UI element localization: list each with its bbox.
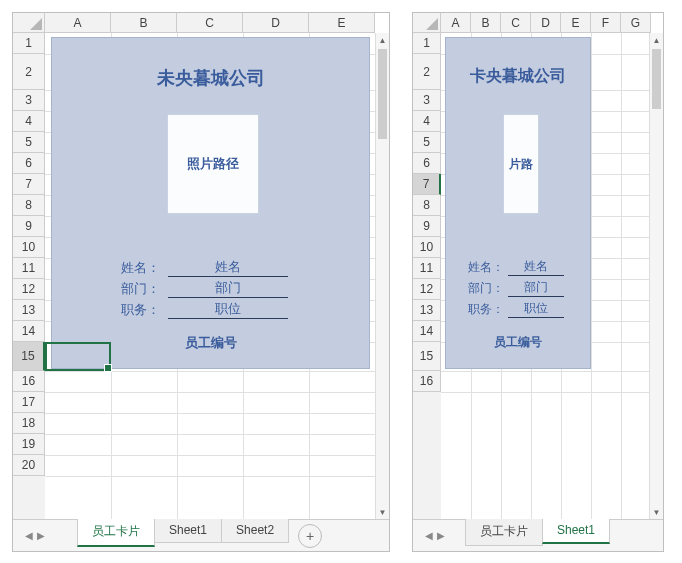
row-headers: 1 2 3 4 5 6 7 8 9 10 11 12 13 14 15 16	[413, 13, 441, 519]
row-header[interactable]: 6	[413, 153, 441, 174]
sheet-tabs-bar: ◀ ▶ 员工卡片 Sheet1	[413, 519, 663, 551]
row-header[interactable]: 12	[13, 279, 45, 300]
row-header[interactable]: 16	[13, 371, 45, 392]
spreadsheet-grid[interactable]: 1 2 3 4 5 6 7 8 9 10 11 12 13 14 15 16 1…	[13, 13, 389, 519]
row-header[interactable]: 13	[13, 300, 45, 321]
row-header[interactable]: 18	[13, 413, 45, 434]
cells-area[interactable]: 卡央暮城公司 片路 姓名： 姓名 部门： 部门 职务： 职位	[441, 33, 663, 519]
row-header[interactable]: 14	[13, 321, 45, 342]
vertical-scrollbar[interactable]: ▲ ▼	[375, 33, 389, 519]
card-field-label: 部门：	[460, 280, 504, 297]
row-header[interactable]: 11	[13, 258, 45, 279]
row-header[interactable]: 20	[13, 455, 45, 476]
row-header[interactable]: 17	[13, 392, 45, 413]
scroll-thumb[interactable]	[652, 49, 661, 109]
add-sheet-button[interactable]: +	[298, 524, 322, 548]
row-header[interactable]: 11	[413, 258, 441, 279]
col-header[interactable]: B	[111, 13, 177, 33]
card-field-value: 部门	[168, 279, 288, 298]
card-field-row: 姓名： 姓名	[460, 258, 564, 276]
row-header[interactable]: 4	[413, 111, 441, 132]
sheet-tab[interactable]: Sheet1	[542, 519, 610, 544]
column-headers: A B C D E	[45, 13, 389, 33]
cells-area[interactable]: 未央暮城公司 照片路径 姓名： 姓名 部门： 部门 职务： 职位	[45, 33, 389, 519]
row-header[interactable]: 12	[413, 279, 441, 300]
card-employee-id: 员工编号	[52, 334, 369, 352]
row-header[interactable]: 4	[13, 111, 45, 132]
col-header[interactable]: E	[309, 13, 375, 33]
row-header[interactable]: 9	[413, 216, 441, 237]
col-header[interactable]: D	[243, 13, 309, 33]
card-field-row: 职务： 职位	[110, 300, 288, 319]
employee-card-shape[interactable]: 卡央暮城公司 片路 姓名： 姓名 部门： 部门 职务： 职位	[445, 37, 591, 369]
scroll-up-icon[interactable]: ▲	[650, 33, 663, 47]
sheet-tab[interactable]: Sheet2	[221, 519, 289, 543]
col-header[interactable]: C	[501, 13, 531, 33]
card-field-label: 职务：	[110, 301, 160, 319]
card-field-row: 部门： 部门	[110, 279, 288, 298]
col-header[interactable]: A	[45, 13, 111, 33]
select-all-corner[interactable]	[13, 13, 45, 33]
row-header[interactable]: 5	[413, 132, 441, 153]
scroll-down-icon[interactable]: ▼	[376, 505, 389, 519]
row-header[interactable]: 8	[13, 195, 45, 216]
row-header[interactable]: 9	[13, 216, 45, 237]
scroll-thumb[interactable]	[378, 49, 387, 139]
spreadsheet-grid[interactable]: 1 2 3 4 5 6 7 8 9 10 11 12 13 14 15 16 A	[413, 13, 663, 519]
excel-window-right: 1 2 3 4 5 6 7 8 9 10 11 12 13 14 15 16 A	[412, 12, 664, 552]
tab-prev-icon[interactable]: ◀	[423, 529, 435, 543]
row-header[interactable]: 1	[413, 33, 441, 54]
row-header[interactable]: 14	[413, 321, 441, 342]
row-header[interactable]: 19	[13, 434, 45, 455]
scroll-up-icon[interactable]: ▲	[376, 33, 389, 47]
row-header[interactable]: 3	[13, 90, 45, 111]
tab-next-icon[interactable]: ▶	[435, 529, 447, 543]
row-header[interactable]: 6	[13, 153, 45, 174]
row-header[interactable]: 2	[13, 54, 45, 90]
row-header[interactable]: 7	[13, 174, 45, 195]
col-header[interactable]: G	[621, 13, 651, 33]
col-header[interactable]: D	[531, 13, 561, 33]
card-field-label: 部门：	[110, 280, 160, 298]
sheet-tabs-bar: ◀ ▶ 员工卡片 Sheet1 Sheet2 +	[13, 519, 389, 551]
scroll-down-icon[interactable]: ▼	[650, 505, 663, 519]
vertical-scrollbar[interactable]: ▲ ▼	[649, 33, 663, 519]
row-header[interactable]: 13	[413, 300, 441, 321]
card-company-title: 卡央暮城公司	[446, 66, 590, 87]
column-headers: A B C D E F G	[441, 13, 663, 33]
card-field-label: 姓名：	[460, 259, 504, 276]
row-header[interactable]: 8	[413, 195, 441, 216]
col-header[interactable]: E	[561, 13, 591, 33]
col-header[interactable]: A	[441, 13, 471, 33]
card-company-title: 未央暮城公司	[52, 66, 369, 90]
row-header-selected[interactable]: 15	[13, 342, 45, 371]
row-header[interactable]: 3	[413, 90, 441, 111]
col-header[interactable]: F	[591, 13, 621, 33]
row-header[interactable]: 5	[13, 132, 45, 153]
tab-next-icon[interactable]: ▶	[35, 529, 47, 543]
excel-window-left: 1 2 3 4 5 6 7 8 9 10 11 12 13 14 15 16 1…	[12, 12, 390, 552]
card-employee-id: 员工编号	[446, 334, 590, 351]
select-all-corner[interactable]	[413, 13, 441, 33]
card-field-row: 职务： 职位	[460, 300, 564, 318]
sheet-tab[interactable]: 员工卡片	[465, 519, 543, 546]
row-header[interactable]: 10	[13, 237, 45, 258]
employee-card-shape[interactable]: 未央暮城公司 照片路径 姓名： 姓名 部门： 部门 职务： 职位	[51, 37, 370, 369]
row-header-selected[interactable]: 7	[413, 174, 441, 195]
card-field-row: 部门： 部门	[460, 279, 564, 297]
card-photo-placeholder: 照片路径	[167, 114, 259, 214]
row-header[interactable]: 10	[413, 237, 441, 258]
card-field-label: 姓名：	[110, 259, 160, 277]
row-header[interactable]: 1	[13, 33, 45, 54]
col-header[interactable]: C	[177, 13, 243, 33]
sheet-tab[interactable]: Sheet1	[154, 519, 222, 543]
row-headers: 1 2 3 4 5 6 7 8 9 10 11 12 13 14 15 16 1…	[13, 13, 45, 519]
col-header[interactable]: B	[471, 13, 501, 33]
card-field-value: 姓名	[508, 258, 564, 276]
tab-prev-icon[interactable]: ◀	[23, 529, 35, 543]
row-header[interactable]: 15	[413, 342, 441, 371]
card-field-value: 职位	[508, 300, 564, 318]
row-header[interactable]: 16	[413, 371, 441, 392]
row-header[interactable]: 2	[413, 54, 441, 90]
sheet-tab[interactable]: 员工卡片	[77, 519, 155, 547]
